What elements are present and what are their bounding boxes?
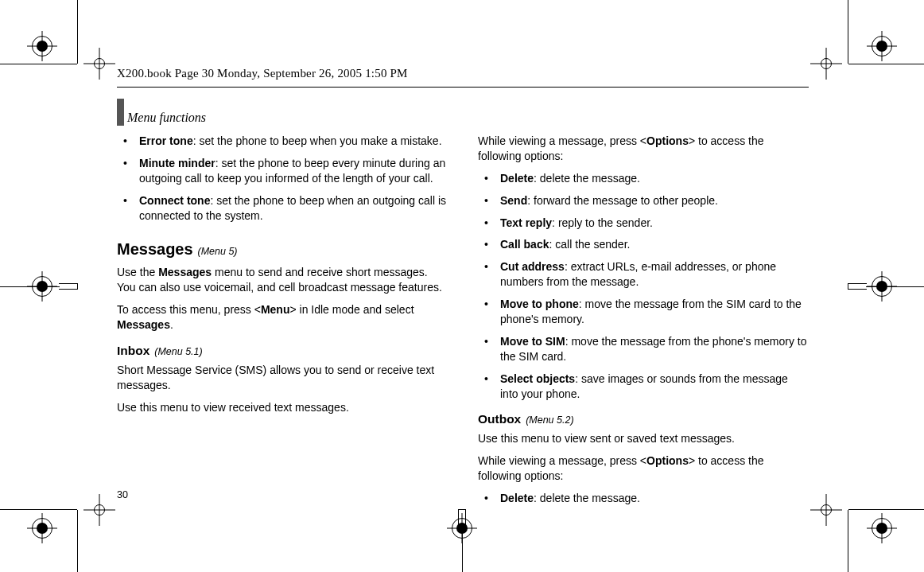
list-item: Move to phone: move the message from the… [478, 297, 809, 327]
desc: : delete the message. [534, 492, 640, 504]
crop-mark [848, 509, 924, 510]
registration-mark-icon [872, 518, 892, 539]
registration-mark-icon [872, 36, 892, 56]
registration-mark-icon [32, 276, 52, 297]
list-item: Send: forward the message to other peopl… [478, 193, 809, 208]
term: Cut address [500, 260, 565, 273]
section-header: Menu functions [117, 99, 809, 126]
paragraph: Short Message Service (SMS) allows you t… [117, 363, 448, 393]
paragraph: Use this menu to view received text mess… [117, 400, 448, 415]
list-item: Delete: delete the message. [478, 171, 809, 186]
crop-mark [848, 283, 867, 290]
list-item: Select objects: save images or sounds fr… [478, 372, 809, 402]
crop-mark [77, 0, 78, 64]
desc: : delete the message. [534, 172, 640, 185]
crop-mark [0, 64, 77, 64]
section-bar-icon [117, 99, 124, 126]
crop-mark [848, 0, 848, 64]
heading-text: Messages [117, 240, 193, 258]
term: Minute minder [139, 157, 215, 169]
term: Send [500, 194, 527, 207]
term: Move to phone [500, 298, 579, 310]
heading-messages: Messages (Menu 5) [117, 240, 448, 259]
page-content: X200.book Page 30 Monday, September 26, … [77, 64, 848, 510]
paragraph: Use the Messages menu to send and receiv… [117, 265, 448, 295]
crop-mark [59, 283, 78, 290]
list-item: Call back: call the sender. [478, 237, 809, 252]
term: Move to SIM [500, 335, 565, 348]
paragraph: While viewing a message, press <Options>… [478, 134, 809, 164]
paragraph: Use this menu to view sent or saved text… [478, 431, 809, 446]
crop-mark [848, 510, 848, 572]
term: Delete [500, 492, 534, 504]
options-bullet-list: Delete: delete the message. Send: forwar… [478, 171, 809, 402]
registration-mark-icon [452, 518, 472, 539]
page-number: 30 [117, 489, 128, 500]
registration-mark-icon [872, 276, 892, 297]
top-bullet-list: Error tone: set the phone to beep when y… [117, 134, 448, 223]
heading-text: Inbox [117, 344, 149, 357]
term: Connect tone [139, 194, 210, 207]
term: Error tone [139, 134, 193, 147]
term: Select objects [500, 372, 575, 385]
paragraph: While viewing a message, press <Options>… [478, 453, 809, 484]
crop-mark [77, 510, 78, 572]
desc: : forward the message to other people. [527, 194, 718, 207]
list-item: Text reply: reply to the sender. [478, 216, 809, 231]
left-column: Error tone: set the phone to beep when y… [117, 134, 448, 513]
heading-note: (Menu 5.1) [154, 346, 202, 357]
right-column: While viewing a message, press <Options>… [478, 134, 809, 513]
list-item: Delete: delete the message. [478, 491, 809, 506]
content-columns: Error tone: set the phone to beep when y… [117, 134, 809, 513]
paragraph: To access this menu, press <Menu> in Idl… [117, 302, 448, 333]
term: Call back [500, 238, 549, 251]
heading-note: (Menu 5) [198, 246, 238, 257]
list-item: Minute minder: set the phone to beep eve… [117, 156, 448, 186]
options-bullet-list-2: Delete: delete the message. [478, 491, 809, 506]
heading-outbox: Outbox (Menu 5.2) [478, 412, 809, 426]
book-header: X200.book Page 30 Monday, September 26, … [117, 64, 809, 88]
desc: : set the phone to beep when you make a … [193, 134, 442, 147]
term: Text reply [500, 216, 552, 229]
desc: : call the sender. [549, 238, 630, 251]
crop-mark [0, 509, 77, 510]
list-item: Move to SIM: move the message from the p… [478, 334, 809, 364]
list-item: Error tone: set the phone to beep when y… [117, 134, 448, 149]
registration-mark-icon [32, 36, 52, 56]
list-item: Connect tone: set the phone to beep when… [117, 193, 448, 224]
heading-note: (Menu 5.2) [526, 414, 573, 426]
list-item: Cut address: extract URLs, e-mail addres… [478, 259, 809, 290]
term: Delete [500, 172, 534, 185]
registration-mark-icon [32, 518, 52, 539]
section-title: Menu functions [127, 111, 206, 126]
heading-text: Outbox [478, 412, 521, 426]
crop-mark [848, 64, 924, 64]
heading-inbox: Inbox (Menu 5.1) [117, 344, 448, 358]
desc: : reply to the sender. [552, 216, 653, 229]
